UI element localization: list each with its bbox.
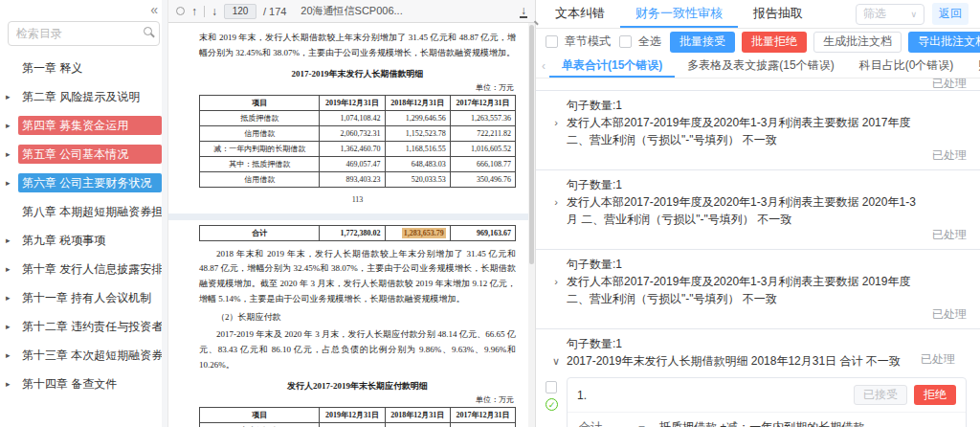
sidebar-item-ch6[interactable]: ▸第六章 公司主要财务状况: [0, 169, 167, 197]
chevron-right-icon[interactable]: ›: [546, 114, 567, 148]
doc-subheading: （2）长期应付款: [199, 310, 516, 326]
subtab-multi-table-disclosure[interactable]: 多表格及表文披露(15个错误): [675, 55, 846, 78]
sidebar-item-ch2[interactable]: ▸第二章 风险提示及说明: [0, 82, 167, 111]
subtab-account-ratio[interactable]: 科目占比(0个错误): [847, 55, 967, 78]
scrollbar-thumb[interactable]: [529, 25, 534, 264]
toc-list: 第一章 释义 ▸第二章 风险提示及说明 ▸第四章 募集资金运用 ▸第五章 公司基…: [0, 54, 167, 398]
accepted-button[interactable]: 已接受: [854, 385, 907, 405]
error-title: 发行人本部2017-2019年度及2020年1-3月利润表主要数据 2020年1…: [567, 193, 969, 228]
page-down-icon[interactable]: ↓: [212, 6, 217, 17]
caret-right-icon[interactable]: ▸: [6, 175, 18, 191]
formula-card: 1. 已接受 拒绝 合计 = 抵质押借款 +减：一年内到期的长期借款: [567, 377, 967, 427]
detail-checkbox[interactable]: [546, 381, 557, 393]
error-list[interactable]: 已处理 句子数量:1 › 发行人本部2017-2019年度及2020年1-3月利…: [536, 79, 980, 427]
sidebar-item-ch9[interactable]: ▸第九章 税项事项: [0, 226, 167, 255]
error-item-2[interactable]: 句子数量:1 › 发行人本部2017-2019年度及2020年1-3月利润表主要…: [536, 170, 980, 250]
col-header: 项目: [200, 95, 320, 110]
document-scrollbar[interactable]: [528, 23, 535, 427]
sidebar-item-ch11[interactable]: ▸第十一章 持有人会议机制: [0, 283, 167, 312]
cell: 抵质押借款: [200, 110, 320, 125]
chapter-mode-checkbox[interactable]: [546, 35, 558, 48]
col-header: 2018年12月31日: [385, 407, 450, 422]
cell: 其中：抵质押借款: [200, 156, 320, 171]
sentence-count: 句子数量:1: [567, 98, 969, 114]
chevron-down-icon[interactable]: ∨: [546, 352, 567, 370]
cell: 969,163.67: [450, 225, 515, 240]
caret-right-icon[interactable]: ▸: [6, 233, 18, 248]
cell: 1,772,380.02: [320, 225, 385, 240]
collapse-sidebar-icon[interactable]: «: [150, 2, 158, 17]
reject-button[interactable]: 拒绝: [914, 385, 956, 405]
caret-right-icon[interactable]: ▸: [6, 261, 18, 277]
chevron-right-icon[interactable]: ›: [546, 273, 567, 307]
page-number-input[interactable]: [224, 4, 256, 19]
sidebar-item-ch10[interactable]: ▸第十章 发行人信息披露安排: [0, 255, 167, 283]
table-header-row: 项目 2019年12月31日 2018年12月31日 2017年12月31日: [200, 407, 516, 422]
app-root: « 第一章 释义 ▸第二章 风险提示及说明 ▸第四章 募集资金运用 ▸第五章 公…: [0, 0, 980, 427]
zoom-icon[interactable]: [176, 7, 185, 15]
divider: [204, 6, 205, 17]
sidebar-item-label: 第六章 公司主要财务状况: [18, 173, 162, 192]
table-row: 其中：抵质押借款469,057.47648,483.03666,108.77: [200, 156, 516, 171]
sidebar-item-ch8[interactable]: 第八章 本期超短期融资券担保情况: [0, 197, 167, 226]
tab-report-extraction[interactable]: 报告抽取: [738, 0, 818, 28]
document-viewer: ↑ ↓ / 174 20海通恒信SCP006... ↓ 末和 2019 年末，发…: [168, 0, 536, 427]
sidebar-item-label: 第四章 募集资金运用: [18, 116, 162, 135]
tab-financial-consistency[interactable]: 财务一致性审核: [620, 0, 738, 28]
back-button[interactable]: 返回: [932, 3, 969, 25]
cell: 合计: [200, 225, 320, 240]
inconsistent-value-highlight[interactable]: 1,283,653.79: [402, 228, 446, 238]
sidebar-item-ch14[interactable]: ▸第十四章 备查文件: [0, 370, 167, 398]
select-all-checkbox[interactable]: [619, 35, 632, 48]
col-header: 2019年12月31日: [320, 95, 385, 110]
tab-text-correction[interactable]: 文本纠错: [540, 0, 620, 28]
formula-label: 合计: [579, 419, 638, 427]
sidebar-item-ch12[interactable]: ▸第十二章 违约责任与投资者保护机制: [0, 312, 167, 341]
cell: 2,060,732.31: [320, 125, 385, 141]
generate-annotation-doc-button[interactable]: 生成批注文档: [813, 32, 902, 53]
filter-select[interactable]: 筛选 ∨: [856, 4, 924, 25]
cell: 信用借款: [200, 171, 320, 187]
status-badge: 已处理: [932, 79, 967, 91]
sidebar-item-ch13[interactable]: ▸第十三章 本次超短期融资券发行的有关机构: [0, 341, 167, 370]
caret-right-icon[interactable]: ▸: [6, 348, 18, 363]
subtab-financial-indicator[interactable]: 财务指标核算(18个错: [966, 55, 980, 78]
sidebar-item-ch4[interactable]: ▸第四章 募集资金运用: [0, 111, 167, 140]
cell: 1,362,460.70: [320, 141, 385, 156]
toc-sidebar: « 第一章 释义 ▸第二章 风险提示及说明 ▸第四章 募集资金运用 ▸第五章 公…: [0, 0, 168, 427]
error-item-1[interactable]: 句子数量:1 › 发行人本部2017-2019年度及2020年1-3月利润表主要…: [536, 91, 980, 170]
toc-search-input[interactable]: [8, 21, 160, 46]
export-annotation-doc-button[interactable]: 导出批注文档: [908, 32, 980, 53]
sidebar-scrollbar[interactable]: [162, 0, 167, 427]
error-item-4-expanded[interactable]: 句子数量:1 ∨ 2017-2019年末发行人长期借款明细 2018年12月31…: [536, 329, 980, 427]
sidebar-item-ch1[interactable]: 第一章 释义: [0, 54, 167, 82]
error-title: 发行人本部2017-2019年度及2020年1-3月利润表主要数据 2017年度…: [567, 114, 969, 148]
table-row: 信用借款893,403.23520,033.53350,496.76: [200, 171, 516, 187]
caret-right-icon[interactable]: ▸: [6, 146, 18, 162]
caret-right-icon[interactable]: ▸: [6, 290, 18, 305]
cell-highlighted: 1,283,653.79: [385, 225, 450, 240]
caret-right-icon[interactable]: ▸: [6, 89, 18, 104]
page-footer-number: 113: [199, 195, 516, 204]
scroll-left-icon[interactable]: ‹: [538, 55, 549, 78]
sidebar-item-label: 第九章 税项事项: [18, 231, 162, 250]
viewer-toolbar: ↑ ↓ / 174 20海通恒信SCP006... ↓: [168, 0, 535, 23]
caret-right-icon[interactable]: ▸: [6, 319, 18, 334]
cell: 848,471.39: [385, 422, 450, 427]
cell: 减：一年内到期的长期借款: [200, 141, 320, 156]
batch-reject-button[interactable]: 批量拒绝: [742, 32, 807, 53]
download-icon[interactable]: ↓: [520, 5, 527, 18]
doc-table-title: 2017-2019年末发行人长期借款明细: [199, 68, 516, 80]
doc-unit-label: 单位：万元: [199, 394, 514, 405]
batch-accept-button[interactable]: 批量接受: [670, 32, 735, 53]
caret-right-icon[interactable]: ▸: [6, 118, 18, 133]
subtab-single-table-total[interactable]: 单表合计(15个错误): [549, 55, 675, 78]
table-row: 信用借款2,060,732.311,152,523.78722,211.82: [200, 125, 516, 141]
document-pages[interactable]: 末和 2019 年末，发行人长期借款较上年末分别增加了 31.45 亿元和 48…: [168, 23, 535, 427]
doc-paragraph: 末和 2019 年末，发行人长期借款较上年末分别增加了 31.45 亿元和 48…: [199, 31, 516, 61]
error-item-3[interactable]: 句子数量:1 › 发行人本部2017-2019年度及2020年1-3月利润表主要…: [536, 250, 980, 329]
sidebar-item-ch5[interactable]: ▸第五章 公司基本情况: [0, 140, 167, 169]
caret-right-icon[interactable]: ▸: [6, 376, 18, 392]
chevron-right-icon[interactable]: ›: [546, 193, 567, 228]
page-up-icon[interactable]: ↑: [191, 6, 197, 17]
